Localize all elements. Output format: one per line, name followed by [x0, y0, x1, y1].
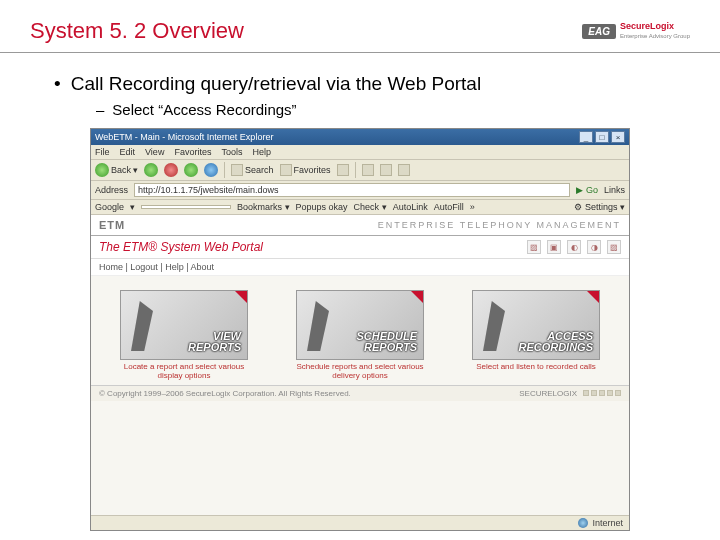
favorites-button[interactable]: Favorites: [280, 164, 331, 176]
google-popups[interactable]: Popups okay: [296, 202, 348, 212]
menu-tools[interactable]: Tools: [221, 147, 242, 157]
portal-icon[interactable]: ◑: [587, 240, 601, 254]
card-view-reports[interactable]: VIEWREPORTS Locate a report and select v…: [116, 290, 252, 381]
google-check[interactable]: Check ▾: [354, 202, 387, 212]
forward-button[interactable]: [144, 163, 158, 177]
bullet-marker: –: [96, 101, 104, 118]
google-autofill[interactable]: AutoFill: [434, 202, 464, 212]
window-title: WebETM - Main - Microsoft Internet Explo…: [95, 132, 273, 142]
menu-edit[interactable]: Edit: [120, 147, 136, 157]
footer-brand: SECURELOGIX: [519, 389, 577, 398]
print-button[interactable]: [380, 164, 392, 176]
menu-help[interactable]: Help: [252, 147, 271, 157]
status-bar: Internet: [91, 515, 629, 530]
menu-bar: File Edit View Favorites Tools Help: [91, 145, 629, 160]
go-button[interactable]: ▶ Go: [576, 185, 598, 195]
slide-title: System 5. 2 Overview: [30, 18, 244, 44]
maximize-button[interactable]: □: [595, 131, 609, 143]
bullet-level-2: – Select “Access Recordings”: [96, 101, 680, 118]
google-search-input[interactable]: [141, 205, 231, 209]
card-access-recordings[interactable]: ACCESSRECORDINGS Select and listen to re…: [468, 290, 604, 381]
bullet-2-text: Select “Access Recordings”: [112, 101, 296, 118]
card-schedule-reports[interactable]: SCHEDULEREPORTS Schedule reports and sel…: [292, 290, 428, 381]
history-button[interactable]: [337, 164, 349, 176]
mail-button[interactable]: [362, 164, 374, 176]
card-caption: Select and listen to recorded calls: [476, 363, 596, 372]
portal-title: The ETM® System Web Portal: [99, 240, 263, 254]
status-text: Internet: [592, 518, 623, 528]
google-label[interactable]: Google: [95, 202, 124, 212]
portal-icon[interactable]: ▣: [547, 240, 561, 254]
bullet-1-text: Call Recording query/retrieval via the W…: [71, 73, 481, 95]
edit-button[interactable]: [398, 164, 410, 176]
address-input[interactable]: http://10.1.1.75/jwebsite/main.dows: [134, 183, 570, 197]
etm-caption: ENTERPRISE TELEPHONY MANAGEMENT: [378, 220, 621, 230]
nav-toolbar: Back ▾ Search Favorites: [91, 160, 629, 181]
google-autolink[interactable]: AutoLink: [393, 202, 428, 212]
close-button[interactable]: ×: [611, 131, 625, 143]
toolbar-more[interactable]: »: [470, 202, 475, 212]
search-button[interactable]: Search: [231, 164, 274, 176]
google-bookmarks[interactable]: Bookmarks ▾: [237, 202, 290, 212]
menu-file[interactable]: File: [95, 147, 110, 157]
footer-squares: [583, 390, 621, 396]
portal-icon[interactable]: ◐: [567, 240, 581, 254]
card-caption: Locate a report and select various displ…: [116, 363, 252, 381]
bullet-marker: •: [54, 73, 61, 95]
window-titlebar: WebETM - Main - Microsoft Internet Explo…: [91, 129, 629, 145]
address-bar: Address http://10.1.1.75/jwebsite/main.d…: [91, 181, 629, 200]
brand-badge: EAG: [582, 24, 616, 39]
portal-icon[interactable]: ▨: [607, 240, 621, 254]
portal-nav[interactable]: Home | Logout | Help | About: [91, 259, 629, 276]
page-content: ETM ENTERPRISE TELEPHONY MANAGEMENT The …: [91, 215, 629, 515]
portal-icon[interactable]: ▨: [527, 240, 541, 254]
google-settings[interactable]: ⚙ Settings ▾: [574, 202, 625, 212]
menu-view[interactable]: View: [145, 147, 164, 157]
menu-favorites[interactable]: Favorites: [174, 147, 211, 157]
links-label[interactable]: Links: [604, 185, 625, 195]
browser-window: WebETM - Main - Microsoft Internet Explo…: [90, 128, 630, 531]
brand-sub: Enterprise Advisory Group: [620, 33, 690, 39]
back-button[interactable]: Back ▾: [95, 163, 138, 177]
copyright: © Copyright 1999–2006 SecureLogix Corpor…: [99, 389, 351, 398]
google-toolbar: Google ▾ Bookmarks ▾ Popups okay Check ▾…: [91, 200, 629, 215]
etm-logo: ETM: [99, 219, 125, 231]
refresh-button[interactable]: [184, 163, 198, 177]
card-caption: Schedule reports and select various deli…: [292, 363, 428, 381]
globe-icon: [578, 518, 588, 528]
minimize-button[interactable]: _: [579, 131, 593, 143]
brand-logo: EAG SecureLogix Enterprise Advisory Grou…: [582, 22, 690, 40]
bullet-level-1: • Call Recording query/retrieval via the…: [40, 73, 680, 95]
address-label: Address: [95, 185, 128, 195]
stop-button[interactable]: [164, 163, 178, 177]
brand-main: SecureLogix: [620, 21, 674, 31]
home-button[interactable]: [204, 163, 218, 177]
